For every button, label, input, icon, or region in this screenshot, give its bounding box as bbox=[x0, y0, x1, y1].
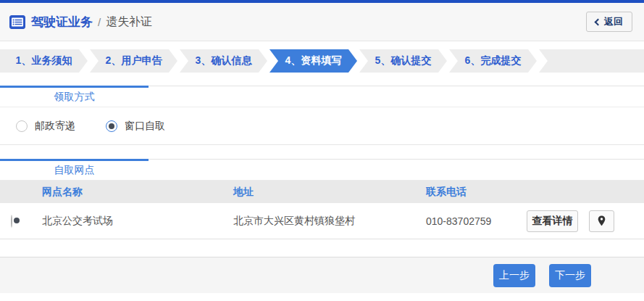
outlet-table-header: 网点名称 地址 联系电话 bbox=[0, 181, 644, 203]
view-details-button[interactable]: 查看详情 bbox=[527, 210, 578, 232]
column-header-name: 网点名称 bbox=[42, 186, 233, 199]
previous-step-button[interactable]: 上一步 bbox=[493, 264, 535, 287]
radio-option-label: 窗口自取 bbox=[125, 120, 165, 133]
step-label: 4、资料填写 bbox=[285, 54, 342, 67]
page: 驾驶证业务 / 遗失补证 返回 1、业务须知 2、用户申告 3、确认信息 4、资… bbox=[0, 0, 644, 301]
back-button[interactable]: 返回 bbox=[586, 12, 632, 32]
license-form-icon bbox=[9, 15, 25, 29]
step-progress-bar: 1、业务须知 2、用户申告 3、确认信息 4、资料填写 5、确认提交 6、完成提… bbox=[0, 49, 644, 73]
breadcrumb: 驾驶证业务 / 遗失补证 bbox=[9, 14, 152, 30]
step-label: 3、确认信息 bbox=[196, 54, 252, 67]
step-2[interactable]: 2、用户申告 bbox=[90, 49, 177, 73]
step-label: 6、完成提交 bbox=[465, 54, 522, 67]
radio-option-label: 邮政寄递 bbox=[35, 120, 75, 133]
step-1[interactable]: 1、业务须知 bbox=[0, 49, 88, 73]
breadcrumb-current: 遗失补证 bbox=[106, 15, 152, 30]
step-label: 2、用户申告 bbox=[106, 54, 162, 67]
outlet-select-cell[interactable] bbox=[0, 215, 42, 227]
pickup-outlets-tab: 自取网点 bbox=[0, 159, 644, 181]
column-header-address: 地址 bbox=[233, 186, 426, 199]
pickup-method-title: 领取方式 bbox=[0, 86, 149, 107]
step-4[interactable]: 4、资料填写 bbox=[269, 49, 357, 73]
radio-icon[interactable] bbox=[11, 215, 12, 228]
step-6[interactable]: 6、完成提交 bbox=[449, 49, 537, 73]
chevron-left-icon bbox=[595, 18, 602, 25]
map-location-button[interactable] bbox=[589, 210, 614, 232]
outlet-address: 北京市大兴区黄村镇狼垡村 bbox=[233, 215, 426, 228]
page-title: 驾驶证业务 bbox=[31, 14, 93, 30]
pickup-method-options: 邮政寄递 窗口自取 bbox=[0, 107, 644, 145]
location-pin-icon bbox=[598, 215, 606, 226]
pickup-outlets-title: 自取网点 bbox=[0, 160, 149, 180]
step-label: 1、业务须知 bbox=[16, 54, 72, 67]
next-step-button[interactable]: 下一步 bbox=[549, 264, 591, 287]
pickup-outlets-section: 自取网点 网点名称 地址 联系电话 北京公交考试场 北京市大兴区黄村镇狼垡村 0… bbox=[0, 159, 644, 239]
page-header: 驾驶证业务 / 遗失补证 返回 bbox=[0, 3, 644, 41]
outlet-name: 北京公交考试场 bbox=[42, 215, 233, 228]
column-header-phone: 联系电话 bbox=[426, 186, 520, 199]
radio-icon[interactable] bbox=[16, 120, 28, 132]
pickup-method-tab: 领取方式 bbox=[0, 86, 644, 107]
breadcrumb-separator: / bbox=[98, 16, 101, 28]
back-button-label: 返回 bbox=[604, 15, 623, 28]
step-3[interactable]: 3、确认信息 bbox=[180, 49, 267, 73]
outlet-phone: 010-83702759 bbox=[426, 215, 520, 227]
radio-icon[interactable] bbox=[106, 120, 117, 132]
radio-option-window-pickup[interactable]: 窗口自取 bbox=[106, 120, 165, 133]
step-bar-filler bbox=[539, 49, 644, 73]
step-5[interactable]: 5、确认提交 bbox=[359, 49, 447, 73]
step-label: 5、确认提交 bbox=[375, 54, 432, 67]
outlet-table-row: 北京公交考试场 北京市大兴区黄村镇狼垡村 010-83702759 查看详情 bbox=[0, 203, 644, 239]
radio-option-postal[interactable]: 邮政寄递 bbox=[16, 120, 75, 133]
wizard-footer: 上一步 下一步 bbox=[0, 257, 644, 293]
outlet-actions: 查看详情 bbox=[520, 210, 644, 232]
pickup-method-section: 领取方式 邮政寄递 窗口自取 bbox=[0, 86, 644, 145]
